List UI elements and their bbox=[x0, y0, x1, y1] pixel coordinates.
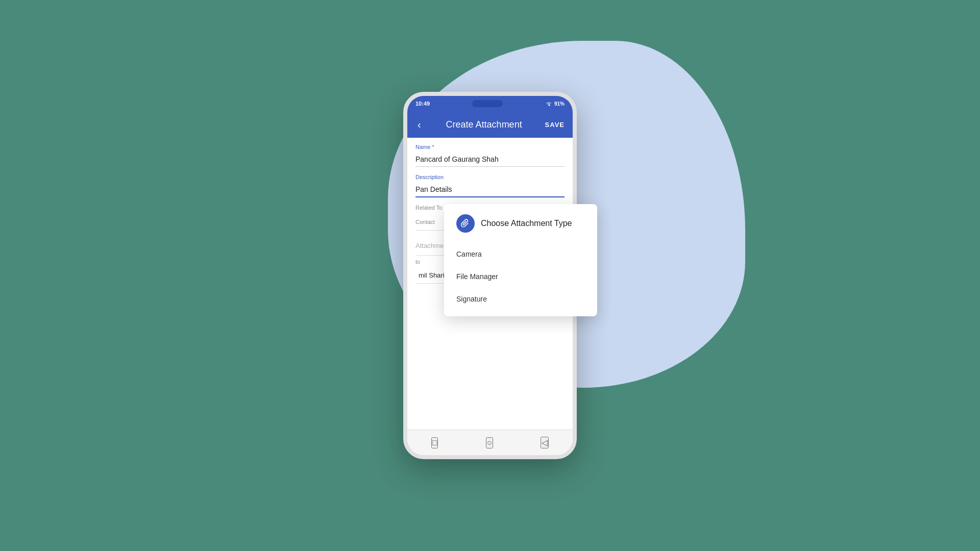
name-input[interactable] bbox=[415, 152, 565, 167]
dialog-title: Choose Attachment Type bbox=[481, 219, 572, 228]
status-bar: 10:49 91% bbox=[407, 96, 573, 111]
back-button[interactable]: ‹ bbox=[415, 117, 423, 133]
header-title: Create Attachment bbox=[446, 119, 522, 130]
dialog-icon bbox=[456, 214, 475, 233]
description-label: Description bbox=[415, 174, 565, 180]
file-manager-option[interactable]: File Manager bbox=[456, 265, 585, 288]
status-time: 10:49 bbox=[415, 101, 430, 107]
status-right: 91% bbox=[545, 101, 565, 107]
camera-notch bbox=[472, 100, 503, 107]
battery-text: 91% bbox=[554, 101, 565, 107]
phone-bottom-nav: □ ○ ◁ bbox=[407, 430, 573, 455]
signature-option[interactable]: Signature bbox=[456, 288, 585, 310]
phone-wrapper: 10:49 91% ‹ Create Attachment SAVE bbox=[403, 92, 577, 459]
app-header: ‹ Create Attachment SAVE bbox=[407, 111, 573, 138]
attachment-icon-svg bbox=[461, 219, 470, 228]
nav-recent-button[interactable]: □ bbox=[431, 437, 438, 448]
name-label: Name bbox=[415, 144, 565, 150]
wifi-icon bbox=[545, 101, 552, 106]
nav-back-button[interactable]: ◁ bbox=[541, 437, 549, 448]
related-tag: Contact bbox=[415, 219, 441, 225]
nav-home-button[interactable]: ○ bbox=[486, 437, 493, 448]
description-input[interactable] bbox=[415, 182, 565, 197]
camera-option[interactable]: Camera bbox=[456, 243, 585, 265]
choose-attachment-dialog: Choose Attachment Type Camera File Manag… bbox=[444, 204, 597, 316]
dialog-header: Choose Attachment Type bbox=[456, 214, 585, 233]
save-button[interactable]: SAVE bbox=[545, 121, 565, 129]
